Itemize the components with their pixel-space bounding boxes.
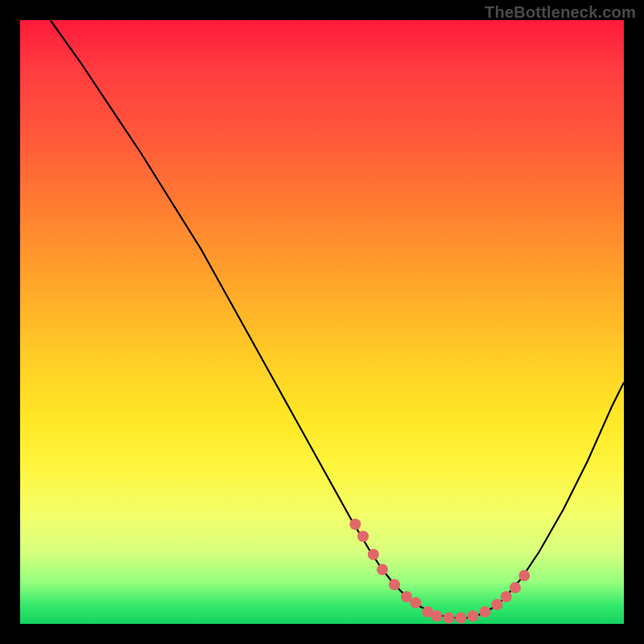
chart-frame: TheBottleneck.com [0, 0, 644, 644]
marker-dot [389, 579, 400, 590]
marker-dot [492, 599, 503, 610]
watermark-text: TheBottleneck.com [485, 3, 636, 22]
marker-dot [444, 613, 455, 624]
marker-dot [518, 570, 530, 581]
plot-area [20, 20, 624, 624]
marker-dot [431, 610, 443, 621]
marker-dot [368, 549, 379, 560]
marker-dot [349, 518, 361, 530]
marker-dot [357, 530, 369, 542]
marker-dot [468, 610, 479, 621]
chart-svg [20, 20, 624, 624]
marker-dot [456, 613, 467, 624]
marker-dot [510, 582, 521, 593]
marker-group [349, 518, 530, 623]
marker-dot [410, 597, 421, 609]
bottleneck-curve [51, 20, 625, 618]
marker-dot [480, 606, 491, 617]
marker-dot [377, 564, 388, 576]
marker-dot [501, 591, 512, 602]
